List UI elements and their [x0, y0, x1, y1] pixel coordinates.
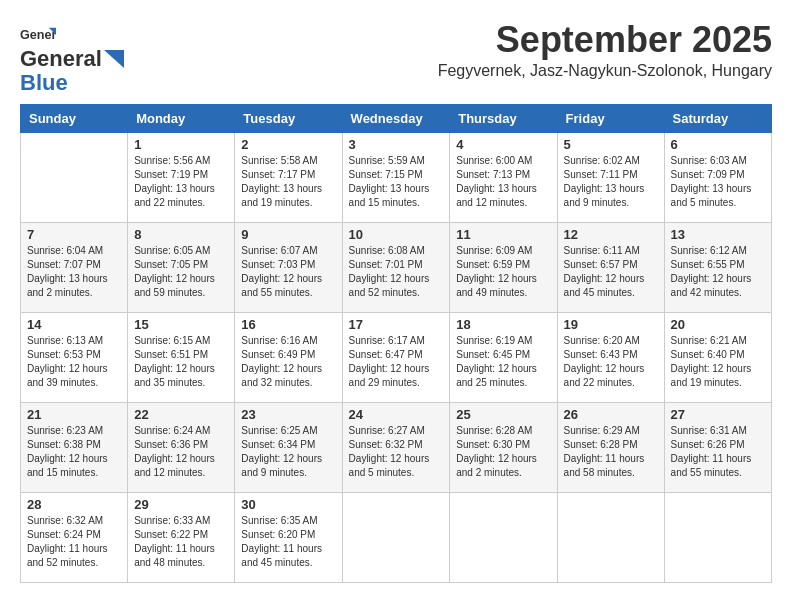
svg-marker-2: [104, 50, 124, 68]
day-info: Sunrise: 6:29 AM Sunset: 6:28 PM Dayligh…: [564, 424, 658, 480]
day-number: 24: [349, 407, 444, 422]
logo-general-text: General: [20, 46, 102, 72]
day-info: Sunrise: 6:16 AM Sunset: 6:49 PM Dayligh…: [241, 334, 335, 390]
day-cell: 15Sunrise: 6:15 AM Sunset: 6:51 PM Dayli…: [128, 313, 235, 403]
day-number: 29: [134, 497, 228, 512]
day-number: 4: [456, 137, 550, 152]
day-cell: 23Sunrise: 6:25 AM Sunset: 6:34 PM Dayli…: [235, 403, 342, 493]
day-cell: 16Sunrise: 6:16 AM Sunset: 6:49 PM Dayli…: [235, 313, 342, 403]
day-cell: 11Sunrise: 6:09 AM Sunset: 6:59 PM Dayli…: [450, 223, 557, 313]
calendar-title: September 2025: [438, 20, 772, 60]
day-cell: [342, 493, 450, 583]
day-number: 27: [671, 407, 765, 422]
day-number: 8: [134, 227, 228, 242]
day-number: 25: [456, 407, 550, 422]
day-cell: [450, 493, 557, 583]
day-number: 28: [27, 497, 121, 512]
day-cell: 7Sunrise: 6:04 AM Sunset: 7:07 PM Daylig…: [21, 223, 128, 313]
header-cell-saturday: Saturday: [664, 105, 771, 133]
day-cell: 26Sunrise: 6:29 AM Sunset: 6:28 PM Dayli…: [557, 403, 664, 493]
day-info: Sunrise: 6:12 AM Sunset: 6:55 PM Dayligh…: [671, 244, 765, 300]
day-cell: 22Sunrise: 6:24 AM Sunset: 6:36 PM Dayli…: [128, 403, 235, 493]
day-number: 23: [241, 407, 335, 422]
header-cell-wednesday: Wednesday: [342, 105, 450, 133]
day-info: Sunrise: 6:02 AM Sunset: 7:11 PM Dayligh…: [564, 154, 658, 210]
day-number: 2: [241, 137, 335, 152]
day-cell: 9Sunrise: 6:07 AM Sunset: 7:03 PM Daylig…: [235, 223, 342, 313]
day-info: Sunrise: 6:24 AM Sunset: 6:36 PM Dayligh…: [134, 424, 228, 480]
day-info: Sunrise: 6:35 AM Sunset: 6:20 PM Dayligh…: [241, 514, 335, 570]
day-info: Sunrise: 6:08 AM Sunset: 7:01 PM Dayligh…: [349, 244, 444, 300]
day-cell: [21, 133, 128, 223]
day-cell: 20Sunrise: 6:21 AM Sunset: 6:40 PM Dayli…: [664, 313, 771, 403]
day-number: 21: [27, 407, 121, 422]
day-info: Sunrise: 6:17 AM Sunset: 6:47 PM Dayligh…: [349, 334, 444, 390]
day-number: 9: [241, 227, 335, 242]
day-cell: 25Sunrise: 6:28 AM Sunset: 6:30 PM Dayli…: [450, 403, 557, 493]
day-cell: 30Sunrise: 6:35 AM Sunset: 6:20 PM Dayli…: [235, 493, 342, 583]
week-row-4: 21Sunrise: 6:23 AM Sunset: 6:38 PM Dayli…: [21, 403, 772, 493]
day-info: Sunrise: 6:23 AM Sunset: 6:38 PM Dayligh…: [27, 424, 121, 480]
day-number: 10: [349, 227, 444, 242]
day-number: 12: [564, 227, 658, 242]
day-number: 3: [349, 137, 444, 152]
week-row-1: 1Sunrise: 5:56 AM Sunset: 7:19 PM Daylig…: [21, 133, 772, 223]
header-row: SundayMondayTuesdayWednesdayThursdayFrid…: [21, 105, 772, 133]
day-info: Sunrise: 6:28 AM Sunset: 6:30 PM Dayligh…: [456, 424, 550, 480]
day-cell: 8Sunrise: 6:05 AM Sunset: 7:05 PM Daylig…: [128, 223, 235, 313]
day-info: Sunrise: 6:25 AM Sunset: 6:34 PM Dayligh…: [241, 424, 335, 480]
header-cell-monday: Monday: [128, 105, 235, 133]
day-number: 14: [27, 317, 121, 332]
day-cell: 29Sunrise: 6:33 AM Sunset: 6:22 PM Dayli…: [128, 493, 235, 583]
day-cell: 6Sunrise: 6:03 AM Sunset: 7:09 PM Daylig…: [664, 133, 771, 223]
day-number: 19: [564, 317, 658, 332]
week-row-2: 7Sunrise: 6:04 AM Sunset: 7:07 PM Daylig…: [21, 223, 772, 313]
day-number: 20: [671, 317, 765, 332]
logo-arrow-icon: [104, 50, 124, 68]
day-cell: 24Sunrise: 6:27 AM Sunset: 6:32 PM Dayli…: [342, 403, 450, 493]
logo-blue-text: Blue: [20, 70, 68, 96]
day-number: 16: [241, 317, 335, 332]
day-cell: 21Sunrise: 6:23 AM Sunset: 6:38 PM Dayli…: [21, 403, 128, 493]
day-cell: 28Sunrise: 6:32 AM Sunset: 6:24 PM Dayli…: [21, 493, 128, 583]
calendar-subtitle: Fegyvernek, Jasz-Nagykun-Szolonok, Hunga…: [438, 62, 772, 80]
day-number: 13: [671, 227, 765, 242]
day-number: 1: [134, 137, 228, 152]
day-cell: 3Sunrise: 5:59 AM Sunset: 7:15 PM Daylig…: [342, 133, 450, 223]
logo-icon: General: [20, 24, 56, 46]
day-info: Sunrise: 6:05 AM Sunset: 7:05 PM Dayligh…: [134, 244, 228, 300]
day-number: 18: [456, 317, 550, 332]
day-info: Sunrise: 5:58 AM Sunset: 7:17 PM Dayligh…: [241, 154, 335, 210]
day-info: Sunrise: 6:04 AM Sunset: 7:07 PM Dayligh…: [27, 244, 121, 300]
day-cell: 14Sunrise: 6:13 AM Sunset: 6:53 PM Dayli…: [21, 313, 128, 403]
day-info: Sunrise: 6:11 AM Sunset: 6:57 PM Dayligh…: [564, 244, 658, 300]
svg-text:General: General: [20, 28, 56, 42]
week-row-3: 14Sunrise: 6:13 AM Sunset: 6:53 PM Dayli…: [21, 313, 772, 403]
day-info: Sunrise: 6:13 AM Sunset: 6:53 PM Dayligh…: [27, 334, 121, 390]
day-info: Sunrise: 6:32 AM Sunset: 6:24 PM Dayligh…: [27, 514, 121, 570]
day-cell: 5Sunrise: 6:02 AM Sunset: 7:11 PM Daylig…: [557, 133, 664, 223]
day-number: 30: [241, 497, 335, 512]
day-info: Sunrise: 6:00 AM Sunset: 7:13 PM Dayligh…: [456, 154, 550, 210]
day-info: Sunrise: 6:15 AM Sunset: 6:51 PM Dayligh…: [134, 334, 228, 390]
header-cell-thursday: Thursday: [450, 105, 557, 133]
page-header: General General Blue September 2025 Fegy…: [20, 20, 772, 96]
day-number: 7: [27, 227, 121, 242]
day-number: 15: [134, 317, 228, 332]
day-cell: 10Sunrise: 6:08 AM Sunset: 7:01 PM Dayli…: [342, 223, 450, 313]
day-cell: 2Sunrise: 5:58 AM Sunset: 7:17 PM Daylig…: [235, 133, 342, 223]
day-info: Sunrise: 6:31 AM Sunset: 6:26 PM Dayligh…: [671, 424, 765, 480]
day-info: Sunrise: 6:21 AM Sunset: 6:40 PM Dayligh…: [671, 334, 765, 390]
day-number: 22: [134, 407, 228, 422]
calendar-table: SundayMondayTuesdayWednesdayThursdayFrid…: [20, 104, 772, 583]
header-cell-friday: Friday: [557, 105, 664, 133]
day-info: Sunrise: 5:56 AM Sunset: 7:19 PM Dayligh…: [134, 154, 228, 210]
day-cell: 18Sunrise: 6:19 AM Sunset: 6:45 PM Dayli…: [450, 313, 557, 403]
day-number: 5: [564, 137, 658, 152]
day-number: 17: [349, 317, 444, 332]
week-row-5: 28Sunrise: 6:32 AM Sunset: 6:24 PM Dayli…: [21, 493, 772, 583]
day-info: Sunrise: 6:09 AM Sunset: 6:59 PM Dayligh…: [456, 244, 550, 300]
day-cell: 17Sunrise: 6:17 AM Sunset: 6:47 PM Dayli…: [342, 313, 450, 403]
day-cell: 4Sunrise: 6:00 AM Sunset: 7:13 PM Daylig…: [450, 133, 557, 223]
day-info: Sunrise: 6:27 AM Sunset: 6:32 PM Dayligh…: [349, 424, 444, 480]
